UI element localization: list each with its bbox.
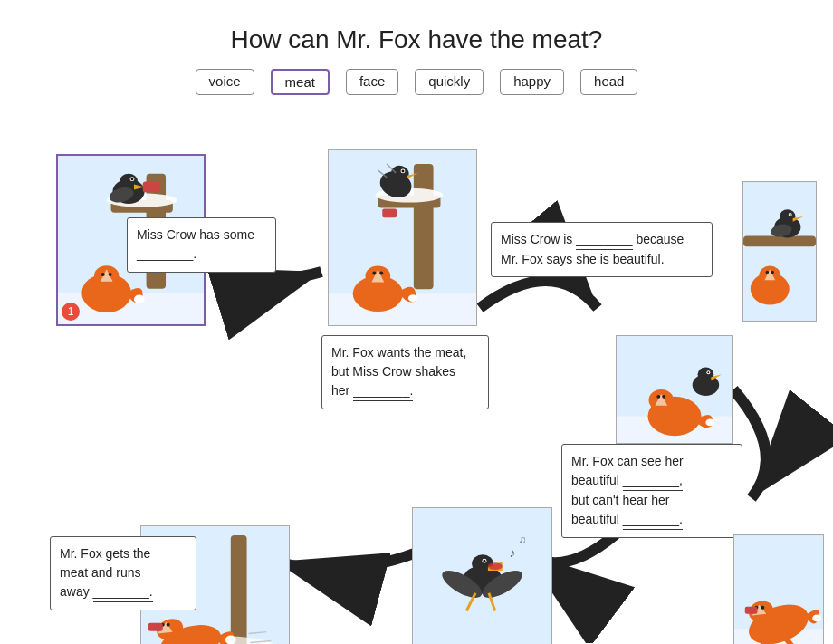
page-title: How can Mr. Fox have the meat? xyxy=(0,0,833,54)
svg-text:♪: ♪ xyxy=(510,545,516,560)
word-chip-happy[interactable]: happy xyxy=(500,69,564,95)
svg-point-11 xyxy=(131,178,134,180)
svg-rect-84 xyxy=(148,623,163,631)
word-chip-voice[interactable]: voice xyxy=(196,69,254,95)
svg-rect-77 xyxy=(231,535,247,644)
textbox-2: Mr. Fox wants the meat, but Miss Crow sh… xyxy=(321,335,489,409)
svg-rect-27 xyxy=(382,208,397,217)
svg-point-74 xyxy=(812,615,821,622)
svg-rect-21 xyxy=(414,164,434,289)
textbox4-line3: away ________. xyxy=(60,582,187,602)
scene4-image xyxy=(616,335,733,444)
word-chip-head[interactable]: head xyxy=(580,69,637,95)
svg-point-37 xyxy=(408,294,417,302)
textbox4-line2: meat and runs xyxy=(60,563,187,582)
textbox-3: Miss Crow is ________ because Mr. Fox sa… xyxy=(491,222,713,277)
svg-point-17 xyxy=(109,273,112,276)
word-chip-face[interactable]: face xyxy=(346,69,398,95)
scene2-image xyxy=(328,149,477,326)
textbox3-line3: Mr. Fox says she is beautiful. xyxy=(501,250,703,269)
textbox6-line3: but can't hear her xyxy=(571,491,732,510)
svg-point-49 xyxy=(766,271,770,274)
word-chip-quickly[interactable]: quickly xyxy=(415,69,484,95)
svg-point-70 xyxy=(761,606,764,610)
textbox4-blank[interactable]: ________. xyxy=(93,582,153,602)
textbox6-line4: beautiful ________. xyxy=(571,510,732,530)
scene7-image: ♪ ♫ xyxy=(412,507,552,644)
svg-point-36 xyxy=(379,272,383,275)
svg-point-63 xyxy=(705,418,714,426)
svg-point-57 xyxy=(662,395,665,399)
textbox6-line1: Mr. Fox can see her xyxy=(571,452,732,471)
textbox-6: Mr. Fox can see her beautiful ________, … xyxy=(561,444,742,538)
svg-point-83 xyxy=(167,623,170,627)
textbox-4: Mr. Fox gets the meat and runs away ____… xyxy=(50,536,196,610)
textbox1-blank[interactable]: ________. xyxy=(137,245,196,264)
svg-text:♫: ♫ xyxy=(518,533,526,546)
textbox3-line1: Miss Crow is ________ because xyxy=(501,230,703,250)
textbox3-blank[interactable]: ________ xyxy=(576,230,632,250)
svg-point-16 xyxy=(101,273,105,276)
scene3-image xyxy=(742,181,817,322)
svg-point-97 xyxy=(483,560,485,562)
textbox2-line2: but Miss Crow shakes xyxy=(331,362,479,381)
svg-point-35 xyxy=(372,272,376,275)
textbox2-line1: Mr. Fox wants the meat, xyxy=(331,343,479,362)
textbox1-line1: Miss Crow has some xyxy=(137,227,254,242)
svg-point-56 xyxy=(656,395,660,399)
svg-rect-39 xyxy=(743,235,816,246)
svg-point-44 xyxy=(790,214,791,216)
svg-rect-9 xyxy=(143,182,161,193)
svg-rect-71 xyxy=(745,607,758,614)
word-chip-meat[interactable]: meat xyxy=(271,69,330,95)
svg-point-62 xyxy=(707,371,709,373)
svg-point-18 xyxy=(134,294,145,303)
story-area: 1 Miss Crow has some ________. xyxy=(0,145,833,643)
textbox-1: Miss Crow has some ________. xyxy=(127,217,276,273)
scene1-badge: 1 xyxy=(62,303,80,321)
svg-point-29 xyxy=(402,169,405,172)
svg-point-95 xyxy=(488,562,503,570)
textbox6-blank2[interactable]: ________. xyxy=(623,510,683,530)
textbox6-line2: beautiful ________, xyxy=(571,471,732,491)
svg-point-50 xyxy=(771,271,774,274)
word-bank: voice meat face quickly happy head xyxy=(0,69,833,95)
textbox4-line1: Mr. Fox gets the xyxy=(60,544,187,563)
textbox2-line3: her ________. xyxy=(331,381,479,401)
svg-point-87 xyxy=(225,636,236,644)
textbox2-blank[interactable]: ________. xyxy=(353,381,413,401)
scene5-image xyxy=(733,534,824,644)
textbox6-blank1[interactable]: ________, xyxy=(623,471,683,491)
svg-rect-20 xyxy=(329,293,476,325)
